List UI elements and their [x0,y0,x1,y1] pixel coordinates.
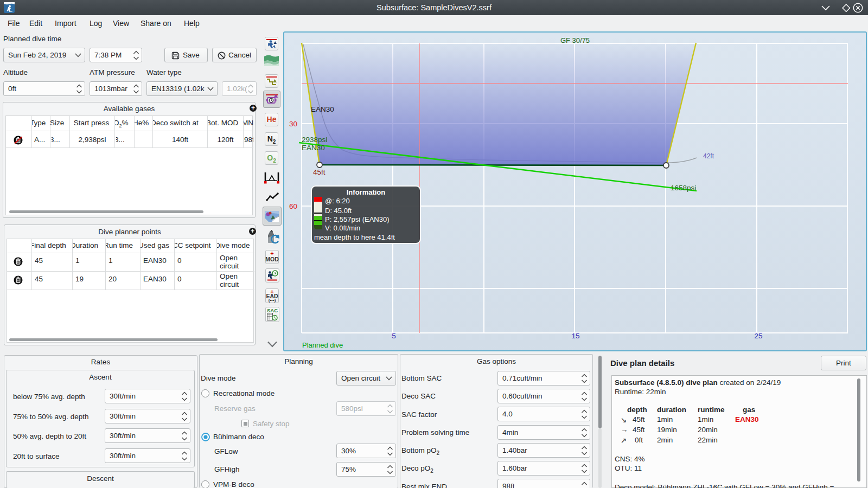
svg-text:42ft: 42ft [703,152,714,160]
svg-text:EAN30: EAN30 [311,105,334,113]
svg-text:30: 30 [289,120,297,128]
svg-text:45ft: 45ft [313,168,326,176]
svg-text:GF 30/75: GF 30/75 [560,36,590,44]
svg-text:2938psi: 2938psi [302,136,327,144]
svg-text:5: 5 [392,332,396,340]
svg-text:60: 60 [289,202,297,210]
svg-text:25: 25 [754,332,762,340]
svg-text:1658psi: 1658psi [671,184,696,192]
svg-text:Planned dive: Planned dive [302,341,343,349]
svg-text:15: 15 [571,332,579,340]
svg-text:EAN30: EAN30 [302,144,325,152]
